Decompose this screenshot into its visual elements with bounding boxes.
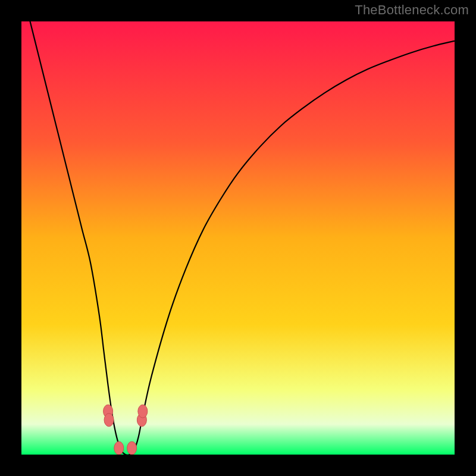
curve-marker [114, 441, 124, 455]
plot-area [21, 21, 455, 455]
curve-marker [127, 441, 137, 455]
chart-frame: TheBottleneck.com [0, 0, 476, 476]
curve-marker [138, 405, 148, 418]
watermark-text: TheBottleneck.com [355, 2, 469, 18]
curve-marker [104, 414, 114, 427]
gradient-background [21, 21, 455, 455]
chart-svg [21, 21, 455, 455]
